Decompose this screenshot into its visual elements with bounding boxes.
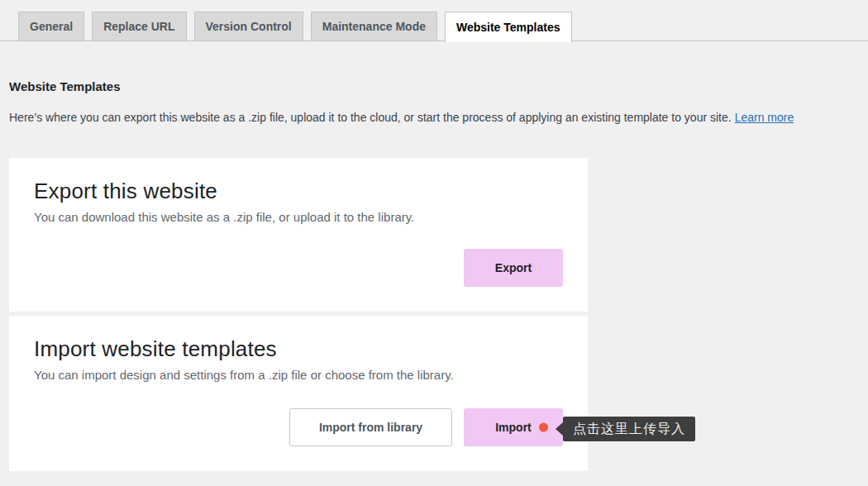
import-button[interactable]: Import [464,408,563,446]
notification-dot-icon [539,423,548,432]
export-button[interactable]: Export [464,249,563,287]
page-title: Website Templates [9,79,121,93]
import-templates-card: Import website templates You can import … [9,316,588,471]
import-from-library-button[interactable]: Import from library [289,408,452,446]
import-card-actions: Import from library Import [289,408,563,446]
settings-tabs: General Replace URL Version Control Main… [18,12,572,42]
import-card-title: Import website templates [34,336,277,362]
learn-more-link[interactable]: Learn more [735,111,794,124]
page-description: Here’s where you can export this website… [9,111,794,124]
import-button-label: Import [495,421,532,434]
tab-website-templates[interactable]: Website Templates [445,12,572,42]
export-website-card: Export this website You can download thi… [9,158,588,312]
export-card-description: You can download this website as a .zip … [34,210,414,224]
tab-version-control[interactable]: Version Control [194,12,303,40]
tab-replace-url[interactable]: Replace URL [92,12,186,40]
export-card-title: Export this website [34,179,217,204]
upload-import-tooltip: 点击这里上传导入 [563,417,695,441]
export-card-actions: Export [464,249,563,287]
tab-maintenance-mode[interactable]: Maintenance Mode [311,12,437,40]
import-card-description: You can import design and settings from … [34,368,454,382]
tab-general[interactable]: General [18,12,84,40]
page-description-text: Here’s where you can export this website… [9,111,732,124]
